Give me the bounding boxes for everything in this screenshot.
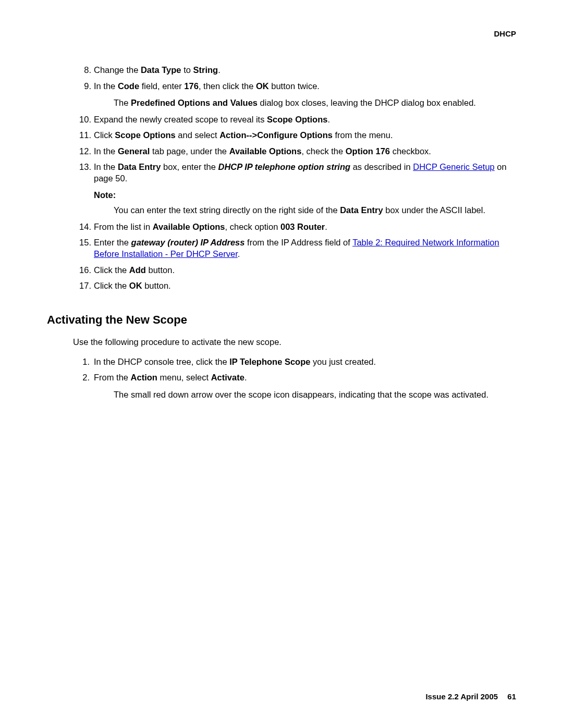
- list-item: 2.From the Action menu, select Activate.…: [47, 372, 516, 400]
- list-item: 9.In the Code field, enter 176, then cli…: [47, 80, 516, 109]
- list-item: 1.In the DHCP console tree, click the IP…: [47, 356, 516, 367]
- item-subtext: The small red down arrow over the scope …: [114, 389, 516, 400]
- link-dhcp-generic-setup[interactable]: DHCP Generic Setup: [413, 162, 495, 171]
- list-item: 16.Click the Add button.: [47, 264, 516, 276]
- page-footer: Issue 2.2 April 2005 61: [425, 692, 516, 702]
- item-number: 12.: [70, 145, 91, 157]
- item-number: 11.: [70, 129, 91, 141]
- list-item: 11.Click Scope Options and select Action…: [47, 129, 516, 141]
- note-label: Note:: [94, 189, 516, 201]
- item-number: 13.: [70, 161, 91, 172]
- item-subtext: The Predefined Options and Values dialog…: [114, 97, 516, 108]
- item-text: Click the Add button.: [94, 265, 175, 275]
- item-text: In the Code field, enter 176, then click…: [94, 81, 320, 91]
- list-item: 14.From the list in Available Options, c…: [47, 221, 516, 232]
- item-number: 8.: [70, 64, 91, 76]
- item-number: 9.: [70, 80, 91, 92]
- item-number: 2.: [77, 372, 90, 383]
- item-number: 17.: [70, 280, 91, 291]
- item-number: 10.: [70, 114, 91, 125]
- item-text: Expand the newly created scope to reveal…: [94, 115, 330, 124]
- footer-text: Issue 2.2 April 2005: [425, 692, 498, 701]
- procedure-list-1: 8.Change the Data Type to String.9.In th…: [47, 64, 516, 291]
- section-intro: Use the following procedure to activate …: [73, 336, 516, 348]
- item-text: Change the Data Type to String.: [94, 65, 221, 75]
- footer-page-number: 61: [507, 692, 516, 702]
- list-item: 17.Click the OK button.: [47, 280, 516, 291]
- list-item: 10.Expand the newly created scope to rev…: [47, 114, 516, 125]
- procedure-list-2: 1.In the DHCP console tree, click the IP…: [47, 356, 516, 400]
- page: DHCP 8.Change the Data Type to String.9.…: [0, 0, 563, 728]
- item-text: From the list in Available Options, chec…: [94, 222, 327, 231]
- item-text: Enter the gateway (router) IP Address fr…: [94, 238, 499, 258]
- item-number: 15.: [70, 237, 91, 248]
- item-number: 1.: [77, 356, 90, 367]
- item-text: In the General tab page, under the Avail…: [94, 146, 431, 156]
- item-text: In the Data Entry box, enter the DHCP IP…: [94, 162, 507, 183]
- page-header: DHCP: [47, 29, 516, 39]
- item-text: Click the OK button.: [94, 281, 171, 290]
- list-item: 13.In the Data Entry box, enter the DHCP…: [47, 161, 516, 216]
- list-item: 8.Change the Data Type to String.: [47, 64, 516, 76]
- item-number: 14.: [70, 221, 91, 232]
- section-heading: Activating the New Scope: [47, 312, 516, 328]
- note-text: You can enter the text string directly o…: [114, 204, 516, 216]
- item-text: From the Action menu, select Activate.: [94, 373, 247, 382]
- item-text: Click Scope Options and select Action-->…: [94, 130, 393, 140]
- list-item: 15.Enter the gateway (router) IP Address…: [47, 237, 516, 260]
- item-text: In the DHCP console tree, click the IP T…: [94, 357, 376, 366]
- item-number: 16.: [70, 264, 91, 276]
- list-item: 12.In the General tab page, under the Av…: [47, 145, 516, 157]
